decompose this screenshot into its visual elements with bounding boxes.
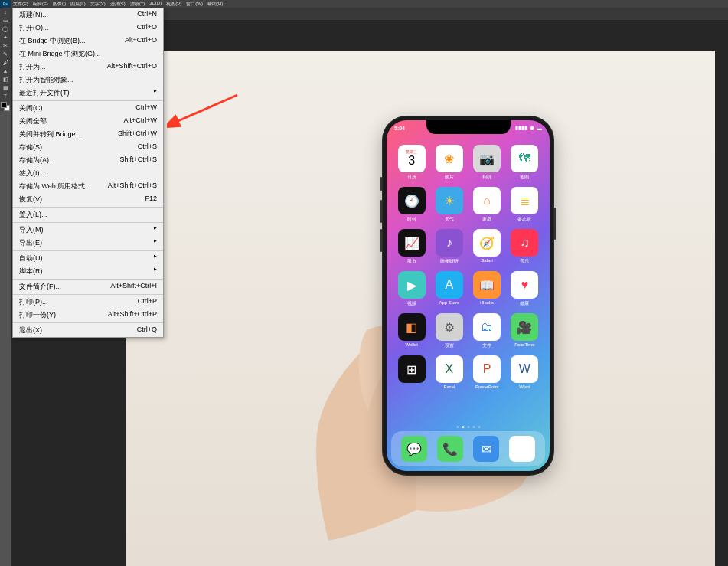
menu-item[interactable]: 最近打开文件(T) [13, 87, 163, 100]
menu-item[interactable]: 导入(M) [13, 224, 163, 237]
brush-tool[interactable]: 🖌 [1, 58, 10, 67]
eraser-tool[interactable]: ◧ [1, 75, 10, 83]
menubar-item[interactable]: 窗口(W) [184, 1, 205, 8]
app-FaceTime[interactable]: 🎥FaceTime [508, 313, 542, 349]
signal-icon: ▮▮▮▮ [515, 125, 527, 131]
dock-chrome[interactable]: ◉ [509, 436, 535, 462]
menu-item[interactable]: 打印一份(Y)Alt+Shift+Ctrl+P [13, 309, 163, 322]
app-Excel[interactable]: XExcel [432, 355, 466, 389]
menubar-item[interactable]: 3D(D) [147, 1, 164, 8]
app-App Store[interactable]: AApp Store [432, 271, 466, 307]
app-Wallet[interactable]: ◧Wallet [394, 313, 429, 349]
app-iBooks[interactable]: 📖iBooks [470, 271, 504, 307]
menubar: Ps 文件(F)编辑(E)图像(I)图层(L)文字(Y)选择(S)滤镜(T)3D… [0, 0, 728, 8]
menu-item[interactable]: 恢复(V)F12 [13, 193, 163, 206]
app-音乐[interactable]: ♫音乐 [508, 229, 542, 265]
menu-item[interactable]: 导出(E) [13, 237, 163, 250]
menu-item[interactable]: 打开为智能对象... [13, 74, 163, 87]
menu-item[interactable]: 置入(L)... [13, 208, 163, 221]
menubar-item[interactable]: 文件(F) [11, 1, 31, 8]
menu-item[interactable]: 文件简介(F)...Alt+Shift+Ctrl+I [13, 280, 163, 293]
lasso-tool[interactable]: ◯ [1, 25, 10, 33]
app-健康[interactable]: ♥健康 [508, 271, 542, 307]
iphone-device: 5:04 ▮▮▮▮ ◉ ▬ 星期三3日历❀照片📷相机🗺地图🕙时钟☀天气⌂家庭≣备… [382, 116, 554, 476]
app-随便听听[interactable]: ♪随便听听 [432, 229, 466, 265]
menu-item[interactable]: 脚本(R) [13, 265, 163, 278]
dock: 💬📞✉◉ [391, 431, 545, 466]
menu-item[interactable]: 存储(S)Ctrl+S [13, 141, 163, 154]
menu-item[interactable]: 存储为(A)...Shift+Ctrl+S [13, 154, 163, 167]
app-家庭[interactable]: ⌂家庭 [470, 187, 504, 223]
menubar-item[interactable]: 滤镜(T) [128, 1, 148, 8]
menu-item[interactable]: 新建(N)...Ctrl+N [13, 8, 163, 21]
menubar-item[interactable]: 编辑(E) [31, 1, 51, 8]
eyedropper-tool[interactable]: ✎ [1, 50, 10, 58]
wand-tool[interactable]: ✦ [1, 33, 10, 41]
color-swatches[interactable] [1, 102, 10, 111]
menu-item[interactable]: 打开(O)...Ctrl+O [13, 21, 163, 34]
gradient-tool[interactable]: ▦ [1, 83, 10, 92]
menubar-item[interactable]: 帮助(H) [205, 1, 225, 8]
menu-item[interactable]: 签入(I)... [13, 167, 163, 180]
menu-item[interactable]: 自动(U) [13, 252, 163, 265]
menu-item[interactable]: 退出(X)Ctrl+Q [13, 324, 163, 337]
toolbar: ↕ ▭ ◯ ✦ ✂ ✎ 🖌 ▲ ◧ ▦ T [0, 8, 11, 111]
menubar-item[interactable]: 视图(V) [164, 1, 184, 8]
menu-item[interactable]: 打开为...Alt+Shift+Ctrl+O [13, 61, 163, 74]
menu-item[interactable]: 在 Mini Bridge 中浏览(G)... [13, 47, 163, 61]
app-Safari[interactable]: 🧭Safari [470, 229, 504, 265]
app-grid: 星期三3日历❀照片📷相机🗺地图🕙时钟☀天气⌂家庭≣备忘录📈股市♪随便听听🧭Saf… [394, 145, 542, 389]
dock-mail[interactable]: ✉ [473, 436, 499, 462]
type-tool[interactable]: T [1, 92, 10, 100]
menubar-item[interactable]: 图层(L) [68, 1, 87, 8]
app-设置[interactable]: ⚙设置 [432, 313, 466, 349]
app-日历[interactable]: 星期三3日历 [394, 145, 429, 181]
menu-item[interactable]: 在 Bridge 中浏览(B)...Alt+Ctrl+O [13, 34, 163, 47]
app-天气[interactable]: ☀天气 [432, 187, 466, 223]
app-item[interactable]: ⊞ [394, 355, 429, 389]
ps-logo: Ps [0, 0, 11, 8]
menu-item[interactable]: 关闭并转到 Bridge...Shift+Ctrl+W [13, 128, 163, 141]
dock-phone[interactable]: 📞 [437, 436, 463, 462]
dock-messages[interactable]: 💬 [401, 436, 427, 462]
stamp-tool[interactable]: ▲ [1, 67, 10, 75]
menu-item[interactable]: 关闭(C)Ctrl+W [13, 102, 163, 115]
app-照片[interactable]: ❀照片 [432, 145, 466, 181]
menubar-item[interactable]: 文字(Y) [88, 1, 108, 8]
page-indicator [456, 426, 480, 428]
menu-item[interactable]: 存储为 Web 所用格式...Alt+Shift+Ctrl+S [13, 180, 163, 193]
app-Word[interactable]: WWord [508, 355, 542, 389]
move-tool[interactable]: ↕ [1, 8, 10, 16]
app-地图[interactable]: 🗺地图 [508, 145, 542, 181]
menubar-item[interactable]: 图像(I) [51, 1, 69, 8]
app-PowerPoint[interactable]: PPowerPoint [470, 355, 504, 389]
wifi-icon: ◉ [530, 125, 534, 131]
menu-item[interactable]: 打印(P)...Ctrl+P [13, 296, 163, 309]
app-文件[interactable]: 🗂文件 [470, 313, 504, 349]
app-视频[interactable]: ▶视频 [394, 271, 429, 307]
app-时钟[interactable]: 🕙时钟 [394, 187, 429, 223]
crop-tool[interactable]: ✂ [1, 41, 10, 50]
status-time: 5:04 [394, 126, 405, 131]
app-备忘录[interactable]: ≣备忘录 [508, 187, 542, 223]
phone-screen: 5:04 ▮▮▮▮ ◉ ▬ 星期三3日历❀照片📷相机🗺地图🕙时钟☀天气⌂家庭≣备… [387, 120, 550, 471]
notch [426, 120, 511, 134]
menubar-item[interactable]: 选择(S) [108, 1, 128, 8]
marquee-tool[interactable]: ▭ [1, 16, 10, 25]
app-股市[interactable]: 📈股市 [394, 229, 429, 265]
photo-canvas[interactable]: 5:04 ▮▮▮▮ ◉ ▬ 星期三3日历❀照片📷相机🗺地图🕙时钟☀天气⌂家庭≣备… [126, 51, 715, 566]
app-相机[interactable]: 📷相机 [470, 145, 504, 181]
menu-item[interactable]: 关闭全部Alt+Ctrl+W [13, 115, 163, 128]
battery-icon: ▬ [537, 126, 542, 131]
file-menu-dropdown: 新建(N)...Ctrl+N打开(O)...Ctrl+O在 Bridge 中浏览… [12, 8, 164, 338]
